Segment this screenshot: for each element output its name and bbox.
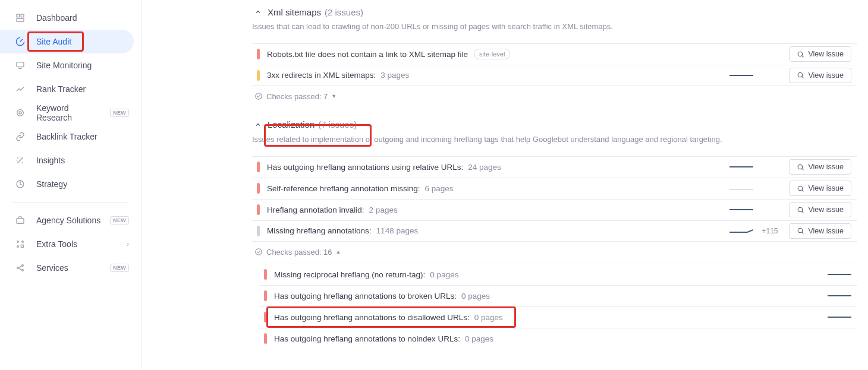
issue-pages: 0 pages	[461, 292, 490, 301]
issue-pages: 3 pages	[380, 71, 409, 80]
sidebar-item-keyword-research[interactable]: Keyword Research NEW	[0, 101, 134, 125]
main-content: Xml sitemaps (2 issues) Issues that can …	[141, 0, 868, 349]
strategy-icon	[15, 179, 26, 189]
issue-pages: 2 pages	[369, 205, 398, 214]
sparkline	[729, 228, 753, 234]
svg-point-14	[22, 265, 24, 267]
caret-up-icon: ▲	[336, 249, 341, 255]
sidebar-label: Strategy	[36, 179, 129, 189]
sidebar-label: Backlink Tracker	[36, 132, 129, 141]
link-icon	[15, 131, 26, 142]
checks-passed-toggle[interactable]: Checks passed: 7 ▼	[254, 92, 857, 101]
chevron-up-icon	[252, 6, 264, 18]
sidebar-label: Agency Solutions	[36, 216, 106, 225]
issue-row[interactable]: Missing hreflang annotations: 1148 pages…	[252, 220, 857, 242]
svg-rect-1	[21, 14, 24, 17]
svg-point-5	[17, 110, 24, 116]
severity-indicator	[257, 70, 260, 81]
svg-rect-8	[17, 219, 24, 224]
svg-line-29	[802, 189, 804, 191]
issue-row[interactable]: Self-reference hreflang annotation missi…	[252, 178, 857, 199]
view-issue-button[interactable]: View issue	[789, 181, 851, 196]
issue-text: Missing hreflang annotations:	[267, 226, 372, 235]
svg-point-10	[22, 241, 24, 243]
svg-point-21	[798, 73, 803, 78]
severity-indicator	[257, 162, 260, 172]
severity-indicator	[264, 312, 267, 322]
severity-indicator	[257, 204, 260, 215]
section-header-localization[interactable]: Localization (7 issues)	[252, 119, 857, 131]
issue-text: Missing reciprocal hreflang (no return-t…	[274, 270, 425, 279]
view-issue-button[interactable]: View issue	[789, 223, 851, 239]
sidebar-item-backlink-tracker[interactable]: Backlink Tracker	[0, 125, 134, 148]
svg-rect-12	[21, 245, 23, 247]
svg-point-35	[256, 249, 262, 255]
checks-passed-toggle[interactable]: Checks passed: 16 ▲	[254, 248, 857, 257]
svg-line-26	[802, 168, 804, 170]
svg-point-33	[798, 228, 803, 233]
sidebar-item-insights[interactable]: Insights	[0, 148, 134, 172]
issue-text: Has outgoing hreflang annotations to dis…	[274, 313, 470, 322]
passed-row[interactable]: Has outgoing hreflang annotations to dis…	[259, 306, 857, 328]
sidebar-item-extra-tools[interactable]: Extra Tools ›	[0, 232, 134, 256]
sidebar-label: Dashboard	[36, 13, 129, 23]
sidebar-item-agency-solutions[interactable]: Agency Solutions NEW	[0, 208, 134, 232]
wand-icon	[15, 155, 26, 166]
svg-line-22	[802, 77, 804, 78]
sparkline	[729, 185, 753, 191]
svg-point-13	[17, 267, 19, 269]
issue-row[interactable]: 3xx redirects in XML sitemaps: 3 pages V…	[252, 65, 857, 86]
view-issue-button[interactable]: View issue	[789, 159, 851, 175]
briefcase-icon	[15, 215, 26, 226]
chart-icon	[15, 84, 26, 94]
issue-pages: 1148 pages	[376, 226, 419, 235]
svg-line-17	[18, 268, 21, 270]
dashboard-icon	[15, 12, 26, 23]
new-badge: NEW	[110, 109, 129, 117]
monitor-icon	[15, 60, 26, 71]
svg-point-25	[798, 165, 803, 169]
sparkline	[729, 72, 753, 78]
sidebar-item-site-monitoring[interactable]: Site Monitoring	[0, 53, 134, 77]
passed-row[interactable]: Has outgoing hreflang annotations to bro…	[259, 285, 857, 306]
issue-row[interactable]: Hreflang annotation invalid: 2 pages Vie…	[252, 199, 857, 220]
apps-icon	[15, 239, 26, 249]
sidebar-item-rank-tracker[interactable]: Rank Tracker	[0, 77, 134, 101]
svg-point-11	[17, 246, 19, 248]
new-badge: NEW	[110, 216, 129, 224]
passed-row[interactable]: Missing reciprocal hreflang (no return-t…	[259, 264, 857, 285]
svg-line-32	[802, 211, 804, 213]
svg-line-16	[18, 266, 21, 268]
site-level-tag: site-level	[474, 49, 510, 59]
severity-indicator	[257, 226, 260, 236]
sidebar-item-strategy[interactable]: Strategy	[0, 172, 134, 196]
section-header-sitemaps[interactable]: Xml sitemaps (2 issues)	[252, 6, 857, 18]
view-issue-button[interactable]: View issue	[789, 68, 851, 83]
issue-text: 3xx redirects in XML sitemaps:	[267, 71, 376, 80]
issue-row[interactable]: Has outgoing hreflang annotations using …	[252, 156, 857, 178]
sidebar-divider	[12, 202, 129, 203]
passed-row[interactable]: Has outgoing hreflang annotations to noi…	[259, 328, 857, 349]
severity-indicator	[264, 269, 267, 280]
severity-indicator	[264, 333, 267, 344]
severity-indicator	[257, 183, 260, 194]
sparkline	[828, 293, 851, 299]
issue-text: Hreflang annotation invalid:	[267, 205, 364, 214]
view-issue-button[interactable]: View issue	[789, 46, 851, 62]
svg-point-9	[17, 241, 19, 243]
issue-pages: 0 pages	[430, 270, 458, 279]
sidebar-label: Site Audit	[36, 37, 129, 46]
sidebar-item-site-audit[interactable]: Site Audit	[0, 30, 134, 53]
sidebar-item-services[interactable]: Services NEW	[0, 256, 134, 280]
svg-point-23	[256, 93, 262, 100]
gauge-icon	[15, 36, 26, 47]
issue-row[interactable]: Robots.txt file does not contain a link …	[252, 43, 857, 65]
view-issue-button[interactable]: View issue	[789, 202, 851, 217]
sparkline	[729, 164, 753, 170]
issue-text: Has outgoing hreflang annotations using …	[267, 163, 463, 172]
sidebar-item-dashboard[interactable]: Dashboard	[0, 6, 134, 30]
svg-point-15	[22, 270, 24, 271]
issue-text: Has outgoing hreflang annotations to bro…	[274, 292, 457, 301]
share-icon	[15, 263, 26, 273]
sidebar: Dashboard Site Audit Site Monitoring Ran…	[0, 0, 141, 370]
